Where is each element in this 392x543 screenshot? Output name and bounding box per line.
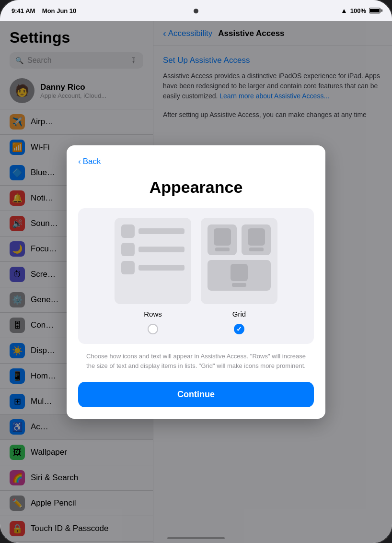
- status-indicators: ▲ 100%: [341, 7, 380, 14]
- battery-icon: [369, 8, 380, 13]
- rows-label: Rows: [144, 310, 162, 318]
- home-indicator: [167, 537, 225, 539]
- wifi-status-icon: ▲: [341, 7, 347, 14]
- grid-text-3: [232, 283, 246, 287]
- grid-radio-button[interactable]: ✓: [234, 324, 244, 334]
- status-time: 9:41 AM: [12, 7, 35, 14]
- grid-icon-2: [248, 228, 265, 246]
- check-icon: ✓: [236, 325, 242, 333]
- continue-button[interactable]: Continue: [78, 382, 314, 407]
- modal-back-chevron-icon: ‹: [78, 157, 81, 166]
- row-icon-3: [121, 261, 135, 274]
- appearance-modal: ‹ Back Appearance: [67, 145, 325, 419]
- appearance-options: Rows: [78, 208, 314, 344]
- modal-title: Appearance: [78, 178, 314, 197]
- rows-radio-button[interactable]: [148, 324, 158, 334]
- modal-back-label: Back: [83, 157, 101, 166]
- grid-icon-1: [214, 228, 231, 246]
- row-preview-item-1: [121, 224, 184, 238]
- status-time-date: 9:41 AM Mon Jun 10: [12, 7, 76, 14]
- grid-text-1: [215, 248, 230, 251]
- modal-back-button[interactable]: ‹ Back: [78, 157, 314, 166]
- grid-preview-items: [208, 224, 271, 291]
- grid-option[interactable]: Grid ✓: [201, 218, 277, 334]
- grid-icon-3: [231, 264, 248, 281]
- battery-percentage: 100%: [350, 7, 366, 14]
- row-preview-item-2: [121, 243, 184, 256]
- modal-overlay: ‹ Back Appearance: [0, 21, 392, 543]
- battery-fill: [370, 9, 380, 12]
- grid-item-3: [208, 260, 271, 291]
- row-icon-1: [121, 224, 135, 238]
- grid-text-2: [249, 248, 264, 251]
- grid-preview: [201, 218, 277, 304]
- camera: [194, 9, 198, 13]
- grid-item-2: [242, 224, 271, 255]
- appearance-description: Choose how icons and text will appear in…: [78, 352, 314, 370]
- grid-label: Grid: [232, 310, 246, 318]
- row-text-3: [138, 265, 184, 271]
- row-text-2: [138, 247, 184, 252]
- grid-item-1: [208, 224, 237, 255]
- rows-preview: [115, 218, 191, 304]
- row-text-1: [138, 228, 184, 234]
- row-icon-2: [121, 243, 135, 256]
- row-preview-item-3: [121, 261, 184, 274]
- status-date: Mon Jun 10: [42, 7, 77, 14]
- rows-option[interactable]: Rows: [115, 218, 191, 334]
